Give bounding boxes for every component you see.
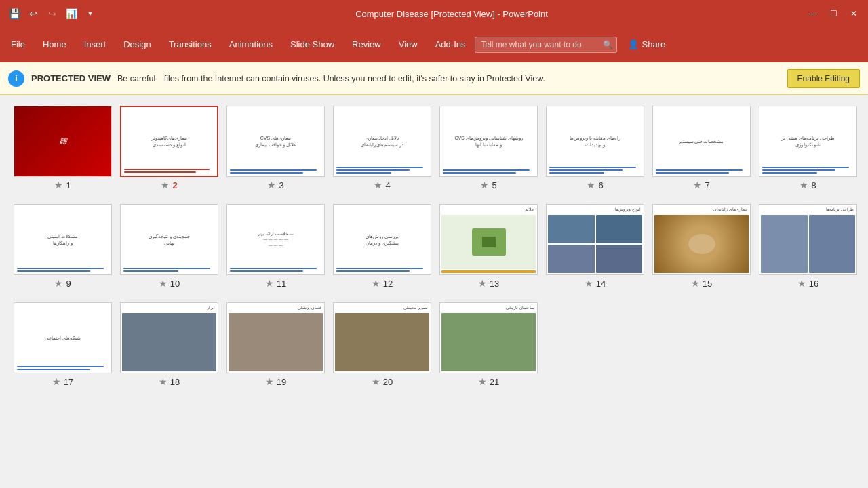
slide-footer-20: ★20 xyxy=(372,376,393,387)
slide-num-17: 17 xyxy=(64,377,73,387)
slide-item-16[interactable]: طراحی برنامه‌ها ★ 16 xyxy=(759,204,857,289)
star-icon-7: ★ xyxy=(693,180,702,190)
star-icon-3: ★ xyxy=(267,180,276,190)
slide-num-10: 10 xyxy=(170,279,180,289)
slide-item-6[interactable]: راه‌های مقابله با ویروس‌هاو تهدیدات ★ 6 xyxy=(546,106,644,190)
slide-thumb-18: ابزار xyxy=(120,302,218,373)
slide-footer-11: ★ 11 xyxy=(265,278,286,289)
slide-footer-13: ★ 13 xyxy=(478,278,499,289)
slide-item-15[interactable]: بیماری‌های رایانه‌ای ★ 15 xyxy=(652,204,751,289)
star-icon-11: ★ xyxy=(265,278,274,289)
slide-num-1: 1 xyxy=(66,180,71,190)
slide-item-4[interactable]: دلایل ایجاد بیماریدر سیستم‌های رایانه‌ای… xyxy=(333,106,431,190)
slide-item-8[interactable]: طراحی برنامه‌های مبتنی برنانو تکنولوژی ★… xyxy=(759,106,857,190)
tab-addins[interactable]: Add-Ins xyxy=(427,27,474,62)
slide-thumb-7: مشخصات فنی سیستم xyxy=(652,106,751,177)
star-icon-8: ★ xyxy=(800,180,808,190)
slide-thumb-10: جمع‌بندی و نتیجه‌گیرینهایی xyxy=(120,204,218,275)
close-button[interactable]: ✕ xyxy=(845,7,863,20)
dropdown-arrow[interactable]: ▼ xyxy=(81,5,99,22)
tab-insert[interactable]: Insert xyxy=(76,27,115,62)
star-icon-1: ★ xyxy=(54,180,63,190)
star-icon-13: ★ xyxy=(478,278,487,289)
slide-item-21[interactable]: ساختمان تاریخی ★21 xyxy=(439,302,538,387)
redo-button[interactable]: ↪ xyxy=(43,5,61,22)
presentation-button[interactable]: 📊 xyxy=(62,5,80,22)
person-icon: 👤 xyxy=(628,39,639,49)
slides-row-2: طراحی برنامه‌ها ★ 16 بیماری‌های xyxy=(14,204,854,289)
tab-review[interactable]: Review xyxy=(344,27,389,62)
slide-thumb-9: مشکلات امنیتیو راهکارها xyxy=(14,204,112,275)
slide-num-7: 7 xyxy=(705,180,709,190)
slide-item-9[interactable]: مشکلات امنیتیو راهکارها ★ 9 xyxy=(14,204,112,289)
slide-item-17[interactable]: شبکه‌های اجتماعی ★17 xyxy=(14,302,112,387)
slide-item-1[interactable]: ﷽ ★ 1 xyxy=(14,106,112,190)
slide-item-7[interactable]: مشخصات فنی سیستم ★ 7 xyxy=(652,106,751,190)
title-bar: 💾 ↩ ↪ 📊 ▼ Computer Disease [Protected Vi… xyxy=(0,0,868,27)
slide-thumb-16: طراحی برنامه‌ها xyxy=(759,204,857,275)
enable-editing-button[interactable]: Enable Editing xyxy=(787,69,860,88)
slide-item-18[interactable]: ابزار ★18 xyxy=(120,302,218,387)
window-controls: — ☐ ✕ xyxy=(804,7,863,20)
slide-footer-1: ★ 1 xyxy=(54,180,71,190)
star-icon-20: ★ xyxy=(372,376,380,387)
slide-item-19[interactable]: فضای پزشکی ★19 xyxy=(226,302,325,387)
star-icon-15: ★ xyxy=(691,278,700,289)
slide-item-12[interactable]: بررسی روش‌هایپیشگیری و درمان ★ 12 xyxy=(333,204,431,289)
tab-file[interactable]: File xyxy=(3,27,33,62)
slide-item-11[interactable]: — خلاصه - ارائه بهتر— — — — —— — — ★ 11 xyxy=(226,204,325,289)
save-button[interactable]: 💾 xyxy=(5,5,23,22)
tab-design[interactable]: Design xyxy=(115,27,159,62)
slide-item-14[interactable]: انواع ویروس‌ها ★ 14 xyxy=(546,204,644,289)
slide-footer-8: ★ 8 xyxy=(800,180,816,190)
slide-footer-7: ★ 7 xyxy=(693,180,709,190)
star-icon-9: ★ xyxy=(54,278,63,289)
slide-item-3[interactable]: بیماری‌های CVSعلائل و عواقب بیماری ★ 3 xyxy=(226,106,325,190)
main-content-area: طراحی برنامه‌های مبتنی برنانو تکنولوژی ★… xyxy=(0,95,868,488)
slide-num-11: 11 xyxy=(277,279,286,289)
tab-transitions[interactable]: Transitions xyxy=(161,27,220,62)
share-button[interactable]: 👤 Share xyxy=(621,37,672,52)
slide-footer-15: ★ 15 xyxy=(691,278,712,289)
search-container: 🔍 xyxy=(475,37,617,53)
slide-item-5[interactable]: روشهای شناسایی ویروس‌های CVSو مقابله با … xyxy=(439,106,538,190)
star-icon-14: ★ xyxy=(585,278,593,289)
slide-thumb-17: شبکه‌های اجتماعی xyxy=(14,302,112,373)
star-icon-21: ★ xyxy=(478,376,487,387)
tab-view[interactable]: View xyxy=(391,27,426,62)
ribbon: File Home Insert Design Transitions Anim… xyxy=(0,27,868,62)
slide-num-14: 14 xyxy=(596,279,606,289)
star-icon-12: ★ xyxy=(372,278,380,289)
slide-item-2[interactable]: بیماری‌های کامپیوترانواع و دسته‌بندی ★ 2 xyxy=(120,106,218,190)
slide-thumb-12: بررسی روش‌هایپیشگیری و درمان xyxy=(333,204,431,275)
slide-num-5: 5 xyxy=(492,180,496,190)
tab-animations[interactable]: Animations xyxy=(221,27,281,62)
maximize-button[interactable]: ☐ xyxy=(825,7,842,20)
slide-thumb-11: — خلاصه - ارائه بهتر— — — — —— — — xyxy=(226,204,325,275)
slide-num-13: 13 xyxy=(490,279,499,289)
star-icon-4: ★ xyxy=(374,180,382,190)
slide-num-12: 12 xyxy=(383,279,393,289)
quick-access-toolbar: 💾 ↩ ↪ 📊 ▼ xyxy=(5,5,99,22)
slide-thumb-21: ساختمان تاریخی xyxy=(439,302,538,373)
minimize-button[interactable]: — xyxy=(804,7,822,20)
search-input[interactable] xyxy=(475,37,617,53)
share-label: Share xyxy=(642,39,665,49)
slide-num-8: 8 xyxy=(811,180,816,190)
tab-home[interactable]: Home xyxy=(35,27,75,62)
slide-num-2: 2 xyxy=(172,180,177,190)
slide-footer-4: ★ 4 xyxy=(374,180,390,190)
tab-slideshow[interactable]: Slide Show xyxy=(282,27,342,62)
slide-footer-17: ★17 xyxy=(52,376,73,387)
slide-item-13[interactable]: علائم ★ 13 xyxy=(439,204,538,289)
info-icon: i xyxy=(8,70,24,87)
window-title: Computer Disease [Protected View] - Powe… xyxy=(104,9,799,19)
slide-item-10[interactable]: جمع‌بندی و نتیجه‌گیرینهایی ★ 10 xyxy=(120,204,218,289)
undo-button[interactable]: ↩ xyxy=(24,5,42,22)
slide-num-9: 9 xyxy=(66,279,71,289)
slide-thumb-6: راه‌های مقابله با ویروس‌هاو تهدیدات xyxy=(546,106,644,177)
slide-footer-2: ★ 2 xyxy=(161,180,177,190)
star-icon-16: ★ xyxy=(797,278,806,289)
star-icon-5: ★ xyxy=(480,180,489,190)
slide-item-20[interactable]: تصویر محیطی ★20 xyxy=(333,302,431,387)
